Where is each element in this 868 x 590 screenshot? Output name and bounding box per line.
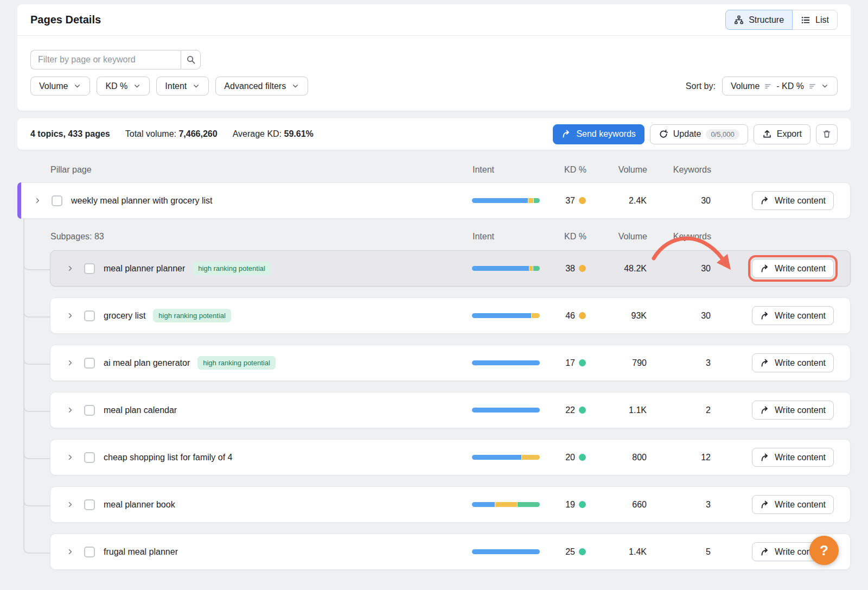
structure-view-button[interactable]: Structure: [725, 10, 793, 30]
subpage-row[interactable]: meal planner book 19 660 3 Write content: [50, 486, 851, 523]
keywords-value: 3: [647, 500, 711, 510]
forward-arrow-icon: [760, 547, 770, 557]
volume-value: 790: [586, 358, 647, 368]
search-row: [30, 50, 838, 69]
write-content-button[interactable]: Write content: [752, 306, 834, 325]
intent-bar: [472, 266, 540, 271]
intent-bar: [472, 360, 540, 365]
row-checkbox[interactable]: [84, 263, 95, 274]
write-content-button[interactable]: Write content: [752, 353, 834, 372]
pillar-row[interactable]: weekly meal planner with grocery list 37…: [17, 182, 851, 219]
expand-chevron[interactable]: [63, 451, 76, 464]
expand-chevron[interactable]: [63, 404, 76, 417]
send-keywords-button[interactable]: Send keywords: [553, 124, 644, 144]
expand-chevron[interactable]: [63, 545, 76, 559]
help-button[interactable]: ?: [809, 536, 839, 565]
filter-volume-dropdown[interactable]: Volume: [30, 77, 90, 96]
keywords-value: 3: [647, 358, 711, 368]
volume-value: 1.4K: [586, 547, 647, 557]
row-checkbox[interactable]: [84, 358, 95, 369]
write-content-button[interactable]: Write content: [752, 495, 834, 514]
subpage-row[interactable]: meal planner planner high ranking potent…: [50, 250, 851, 287]
kd-value: 46: [565, 311, 575, 321]
volume-value: 660: [586, 500, 647, 510]
subpage-row[interactable]: grocery list high ranking potential 46 9…: [50, 297, 851, 334]
total-volume-value: 7,466,260: [178, 129, 217, 138]
volume-value: 1.1K: [586, 405, 647, 415]
filter-kd-dropdown[interactable]: KD %: [97, 77, 150, 96]
kd-value: 25: [565, 547, 575, 557]
export-label: Export: [777, 129, 802, 139]
panel-header: Pages Details Structure List: [17, 4, 851, 36]
subpage-row[interactable]: frugal meal planner 25 1.4K 5 Write cont…: [50, 534, 851, 570]
keywords-value: 30: [647, 311, 711, 321]
delete-button[interactable]: [816, 124, 838, 144]
row-checkbox[interactable]: [84, 547, 95, 557]
kd-status-dot: [579, 548, 586, 555]
row-checkbox[interactable]: [84, 405, 95, 416]
intent-bar: [472, 313, 540, 318]
filter-kd-label: KD %: [105, 81, 127, 91]
expand-chevron[interactable]: [31, 194, 44, 207]
subpage-row[interactable]: meal plan calendar 22 1.1K 2 Write conte…: [50, 392, 851, 428]
summary-stats: 4 topics, 433 pages Total volume: 7,466,…: [30, 129, 314, 139]
write-content-button[interactable]: Write content: [752, 448, 834, 467]
ranking-badge: high ranking potential: [193, 262, 271, 275]
total-volume-label: Total volume:: [125, 129, 176, 138]
subpage-row[interactable]: cheap shopping list for family of 4 20 8…: [50, 439, 851, 475]
filter-intent-dropdown[interactable]: Intent: [156, 77, 209, 96]
average-kd: Average KD: 59.61%: [233, 129, 314, 139]
chevron-down-icon: [192, 82, 200, 90]
sort-dropdown[interactable]: Volume - KD %: [722, 77, 838, 96]
keywords-value: 2: [647, 405, 711, 415]
list-view-label: List: [815, 15, 829, 25]
kd-status-dot: [579, 265, 586, 272]
advanced-filters-label: Advanced filters: [224, 81, 286, 91]
volume-value: 2.4K: [586, 196, 647, 206]
expand-chevron[interactable]: [63, 262, 76, 275]
subpage-row[interactable]: ai meal plan generator high ranking pote…: [50, 345, 851, 381]
row-checkbox[interactable]: [84, 310, 95, 321]
summary-actions: Send keywords Update 0/5,000 Export: [553, 124, 838, 144]
search-input[interactable]: [30, 50, 181, 69]
update-button[interactable]: Update 0/5,000: [650, 124, 748, 144]
trash-icon: [822, 129, 832, 139]
page-name: meal planner planner: [104, 264, 185, 274]
write-content-button[interactable]: Write content: [752, 191, 834, 210]
search-button[interactable]: [181, 50, 201, 69]
keywords-value: 30: [647, 264, 711, 274]
expand-chevron[interactable]: [63, 498, 76, 511]
write-content-button[interactable]: Write content: [752, 259, 834, 278]
expand-chevron[interactable]: [63, 357, 76, 370]
chevron-right-icon: [66, 312, 74, 320]
write-content-label: Write content: [775, 405, 826, 415]
kd-status-dot: [579, 407, 586, 414]
intent-column-header: Intent: [473, 232, 559, 242]
update-label: Update: [673, 129, 701, 139]
row-checkbox[interactable]: [84, 499, 95, 510]
intent-column-header: Intent: [473, 165, 559, 175]
send-keywords-label: Send keywords: [576, 129, 635, 139]
export-button[interactable]: Export: [754, 124, 810, 144]
write-content-button[interactable]: Write content: [752, 401, 834, 420]
kd-value: 20: [565, 453, 575, 462]
expand-chevron[interactable]: [63, 309, 76, 322]
keywords-column-header: Keywords: [647, 165, 711, 175]
filters-section: Volume KD % Intent Advanced filters Sort…: [17, 36, 851, 111]
chevron-right-icon: [66, 264, 74, 272]
pillar-accent-bar: [17, 182, 21, 219]
advanced-filters-dropdown[interactable]: Advanced filters: [215, 77, 308, 96]
row-checkbox[interactable]: [84, 452, 95, 463]
chevron-down-icon: [73, 82, 81, 90]
export-icon: [762, 129, 772, 139]
chevron-down-icon: [821, 82, 829, 90]
write-content-label: Write content: [775, 311, 826, 321]
volume-column-header: Volume: [586, 165, 647, 175]
average-kd-value: 59.61%: [284, 129, 314, 138]
write-content-label: Write content: [775, 453, 826, 462]
list-view-button[interactable]: List: [792, 10, 838, 30]
row-checkbox[interactable]: [52, 195, 62, 206]
keywords-value: 30: [647, 196, 711, 206]
chevron-right-icon: [66, 453, 74, 461]
page-name: meal plan calendar: [104, 405, 177, 415]
